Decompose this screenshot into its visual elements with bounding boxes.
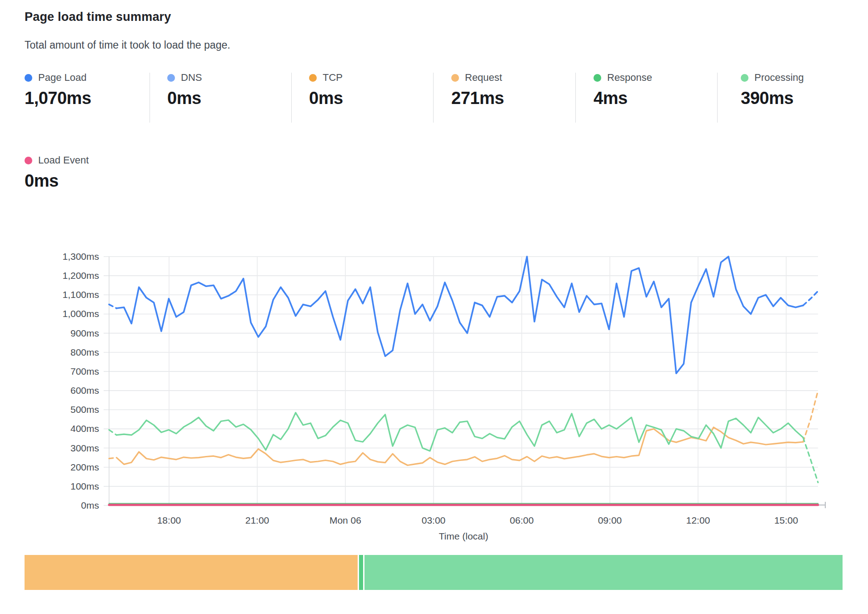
y-axis-tick-label: 200ms xyxy=(70,462,99,472)
y-axis-tick-label: 1,000ms xyxy=(62,308,99,319)
series-line-request-dashed-end xyxy=(803,391,818,442)
metric-label: TCP xyxy=(323,72,343,84)
metric-label: Response xyxy=(607,72,652,84)
series-line-processing-dashed-end xyxy=(803,437,818,482)
y-axis-tick-label: 1,100ms xyxy=(62,289,99,300)
processing-color-dot xyxy=(741,74,748,82)
response-color-dot xyxy=(594,74,601,82)
metric-value: 4ms xyxy=(594,89,652,108)
request-color-dot xyxy=(451,74,459,82)
tcp-color-dot xyxy=(309,74,317,82)
legend-metric-tcp[interactable]: TCP 0ms xyxy=(309,72,343,108)
x-axis-tick-label: 18:00 xyxy=(157,515,181,525)
y-axis-tick-label: 800ms xyxy=(70,347,99,357)
metric-label: Request xyxy=(465,72,502,84)
dns-color-dot xyxy=(167,74,175,82)
series-line-page-load-dashed-start xyxy=(109,304,116,308)
series-line-processing xyxy=(116,413,803,451)
metric-value: 271ms xyxy=(451,89,504,108)
series-line-request xyxy=(116,427,803,465)
y-axis-tick-label: 1,300ms xyxy=(62,251,99,262)
metric-value: 0ms xyxy=(309,89,343,108)
metric-label: DNS xyxy=(181,72,202,84)
timeline-segment-1[interactable] xyxy=(359,555,363,590)
x-axis-tick-label: Mon 06 xyxy=(329,515,361,525)
metric-value: 390ms xyxy=(741,89,804,108)
page-subtitle: Total amount of time it took to load the… xyxy=(25,39,230,51)
metric-label: Processing xyxy=(754,72,804,84)
series-line-page-load-dashed-end xyxy=(803,291,818,306)
x-axis-title: Time (local) xyxy=(439,531,489,541)
y-axis-tick-label: 1,200ms xyxy=(62,270,99,281)
x-axis-tick-label: 12:00 xyxy=(686,515,710,525)
legend-metric-request[interactable]: Request 271ms xyxy=(451,72,504,108)
series-line-page-load xyxy=(116,257,803,373)
y-axis-tick-label: 900ms xyxy=(70,328,99,338)
page-load-color-dot xyxy=(25,74,32,82)
series-line-request-dashed-start xyxy=(109,458,116,459)
page-load-time-line-chart[interactable]: 0ms100ms200ms300ms400ms500ms600ms700ms80… xyxy=(0,200,868,552)
y-axis-tick-label: 0ms xyxy=(81,500,99,510)
legend-divider xyxy=(150,73,150,123)
y-axis-tick-label: 600ms xyxy=(70,385,99,396)
load-event-color-dot xyxy=(25,157,32,164)
x-axis-tick-label: 03:00 xyxy=(422,515,446,525)
legend-divider xyxy=(575,73,576,123)
y-axis-tick-label: 300ms xyxy=(70,443,99,453)
metric-label: Page Load xyxy=(38,72,86,84)
x-axis-tick-label: 15:00 xyxy=(774,515,798,525)
metric-value: 1,070ms xyxy=(25,89,91,108)
timeline-segment-0[interactable] xyxy=(25,555,358,590)
legend-divider xyxy=(717,73,718,123)
series-line-processing-dashed-start xyxy=(109,430,116,435)
page-load-summary-panel: Page load time summary Total amount of t… xyxy=(0,0,868,614)
legend-metric-response[interactable]: Response 4ms xyxy=(594,72,652,108)
x-axis-tick-label: 21:00 xyxy=(245,515,269,525)
legend-metric-load-event[interactable]: Load Event 0ms xyxy=(25,154,89,191)
y-axis-tick-label: 100ms xyxy=(70,481,99,491)
x-axis-tick-label: 06:00 xyxy=(510,515,534,525)
metric-value: 0ms xyxy=(25,171,89,191)
legend-metric-page-load[interactable]: Page Load 1,070ms xyxy=(25,72,91,108)
metrics-legend-row: Page Load 1,070ms DNS 0ms TCP 0ms Reques… xyxy=(0,72,868,124)
metric-value: 0ms xyxy=(167,89,202,108)
x-axis-tick-label: 09:00 xyxy=(598,515,622,525)
y-axis-tick-label: 500ms xyxy=(70,404,99,415)
metric-label: Load Event xyxy=(38,154,89,166)
y-axis-tick-label: 400ms xyxy=(70,423,99,434)
status-timeline-bar xyxy=(25,555,843,590)
legend-metric-dns[interactable]: DNS 0ms xyxy=(167,72,202,108)
legend-metric-processing[interactable]: Processing 390ms xyxy=(741,72,804,108)
y-axis-tick-label: 700ms xyxy=(70,366,99,376)
page-title: Page load time summary xyxy=(25,10,171,24)
legend-divider xyxy=(291,73,292,123)
legend-divider xyxy=(433,73,434,123)
timeline-segment-2[interactable] xyxy=(364,555,843,590)
